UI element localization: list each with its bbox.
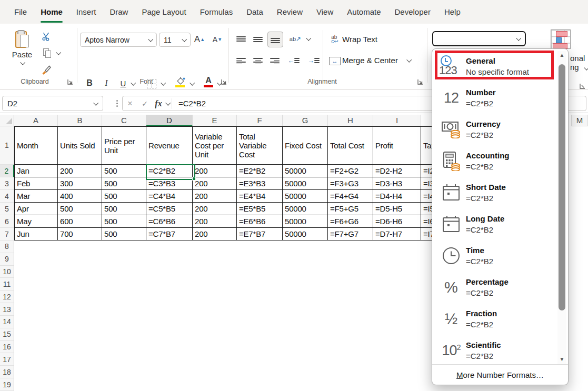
fx-chevron-icon[interactable] (165, 101, 171, 106)
column-header-d[interactable]: D (146, 115, 193, 126)
cell-F6[interactable]: =E6*B6 (237, 215, 283, 228)
font-size-combobox[interactable]: 11 (159, 33, 191, 47)
copy-chevron-icon[interactable] (56, 50, 61, 55)
paste-button[interactable]: Paste (7, 29, 37, 77)
cell-B5[interactable]: 500 (58, 203, 102, 215)
merge-center-chevron-icon[interactable] (406, 57, 412, 63)
insert-function-icon[interactable]: fx (152, 99, 165, 108)
name-box-chevron-icon[interactable] (93, 101, 98, 106)
header-cell-units-sold[interactable]: Units Sold (58, 126, 102, 165)
header-cell-revenue[interactable]: Revenue (146, 126, 193, 165)
decrease-font-size-button[interactable]: A▼ (211, 33, 224, 46)
cell-C7[interactable]: 500 (102, 228, 146, 240)
row-header-7[interactable]: 7 (0, 228, 14, 240)
format-option-short-date[interactable]: Short Date=C2*B2 (436, 177, 553, 208)
row-header-17[interactable]: 17 (0, 353, 14, 366)
cell-I7[interactable]: =D7-H7 (373, 228, 421, 240)
wrap-text-button[interactable]: Wrap Text (342, 35, 377, 44)
format-option-time[interactable]: Time=C2*B2 (436, 240, 553, 271)
dropdown-scrollbar[interactable]: ▲ ▼ (557, 51, 566, 365)
cell-C6[interactable]: 500 (102, 215, 146, 228)
cell-E2[interactable]: 200 (193, 165, 237, 177)
row-header-14[interactable]: 14 (0, 316, 14, 328)
cell-D4[interactable]: =C4*B4 (146, 190, 193, 203)
cell-A4[interactable]: Mar (14, 190, 58, 203)
column-header-c[interactable]: C (102, 115, 146, 126)
cell-G4[interactable]: 50000 (283, 190, 328, 203)
cell-B6[interactable]: 600 (58, 215, 102, 228)
cell-H5[interactable]: =F5+G5 (328, 203, 373, 215)
formula-bar-drag-dots-icon[interactable] (116, 100, 118, 102)
italic-button[interactable]: I (101, 77, 112, 89)
tab-data[interactable]: Data (240, 0, 270, 24)
chevron-down-icon[interactable] (516, 36, 521, 41)
scroll-down-icon[interactable]: ▼ (557, 355, 566, 364)
cell-A5[interactable]: Apr (14, 203, 58, 215)
number-format-combobox[interactable] (432, 31, 526, 46)
cell-F7[interactable]: =E7*B7 (237, 228, 283, 240)
increase-indent-button[interactable]: → (306, 54, 321, 67)
cell-D5[interactable]: =C5*B5 (146, 203, 193, 215)
format-option-fraction[interactable]: ½Fraction=C2*B2 (436, 304, 553, 334)
cell-H7[interactable]: =F7+G7 (328, 228, 373, 240)
cell-A3[interactable]: Feb (14, 177, 58, 190)
align-right-button[interactable] (268, 54, 281, 67)
header-cell-profit[interactable]: Profit (373, 126, 421, 165)
format-option-general[interactable]: 123GeneralNo specific format (436, 51, 553, 82)
cell-E5[interactable]: 200 (193, 203, 237, 215)
row-header-18[interactable]: 18 (0, 366, 14, 378)
row-header-3[interactable]: 3 (0, 177, 14, 190)
cell-F2[interactable]: =E2*B2 (237, 165, 283, 177)
cell-B4[interactable]: 400 (58, 190, 102, 203)
top-align-button[interactable] (235, 33, 247, 45)
column-header-e[interactable]: E (193, 115, 237, 126)
alignment-dialog-launcher-icon[interactable] (417, 79, 424, 85)
cell-F3[interactable]: =E3*B3 (237, 177, 283, 190)
cell-E3[interactable]: 200 (193, 177, 237, 190)
column-header-i[interactable]: I (373, 115, 421, 126)
column-header-b[interactable]: B (58, 115, 102, 126)
cell-I5[interactable]: =D5-H5 (373, 203, 421, 215)
format-painter-button[interactable] (40, 64, 53, 75)
format-option-currency[interactable]: Currency=C2*B2 (436, 114, 553, 145)
cell-H6[interactable]: =F6+G6 (328, 215, 373, 228)
column-header-a[interactable]: A (14, 115, 58, 126)
row-header-6[interactable]: 6 (0, 215, 14, 228)
row-header-2[interactable]: 2 (0, 165, 14, 177)
tab-insert[interactable]: Insert (69, 0, 103, 24)
cell-A2[interactable]: Jan (14, 165, 58, 177)
cell-G7[interactable]: 50000 (283, 228, 328, 240)
middle-align-button[interactable] (252, 33, 264, 45)
scrollbar-thumb[interactable] (559, 64, 565, 310)
cell-D3[interactable]: =C3*B3 (146, 177, 193, 190)
decrease-indent-button[interactable]: ← (286, 54, 301, 67)
cell-D6[interactable]: =C6*B6 (146, 215, 193, 228)
column-header-m[interactable]: M (571, 115, 588, 126)
header-cell-fixed-cost[interactable]: Fixed Cost (283, 126, 328, 165)
row-header-1[interactable]: 1 (0, 126, 14, 165)
cell-I2[interactable]: =D2-H2 (373, 165, 421, 177)
tab-draw[interactable]: Draw (103, 0, 135, 24)
cell-E7[interactable]: 200 (193, 228, 237, 240)
bold-button[interactable]: B (84, 77, 95, 89)
cell-E4[interactable]: 200 (193, 190, 237, 203)
conditional-formatting-icon[interactable] (551, 29, 571, 49)
column-header-f[interactable]: F (237, 115, 283, 126)
cell-C2[interactable]: 500 (102, 165, 146, 177)
cell-E6[interactable]: 200 (193, 215, 237, 228)
row-header-4[interactable]: 4 (0, 190, 14, 203)
number-dialog-launcher-icon[interactable] (580, 83, 586, 89)
tab-automate[interactable]: Automate (340, 0, 387, 24)
enter-check-icon[interactable]: ✓ (137, 99, 152, 108)
row-header-13[interactable]: 13 (0, 303, 14, 316)
cell-B3[interactable]: 300 (58, 177, 102, 190)
cell-C4[interactable]: 500 (102, 190, 146, 203)
fill-color-chevron-icon[interactable] (190, 81, 195, 86)
orientation-chevron-icon[interactable] (306, 36, 311, 41)
align-left-button[interactable] (235, 54, 247, 67)
format-option-percentage[interactable]: %Percentage=C2*B2 (436, 272, 553, 303)
name-box[interactable]: D2 (2, 96, 103, 111)
row-header-5[interactable]: 5 (0, 203, 14, 215)
tab-view[interactable]: View (310, 0, 340, 24)
tab-home[interactable]: Home (34, 0, 69, 24)
